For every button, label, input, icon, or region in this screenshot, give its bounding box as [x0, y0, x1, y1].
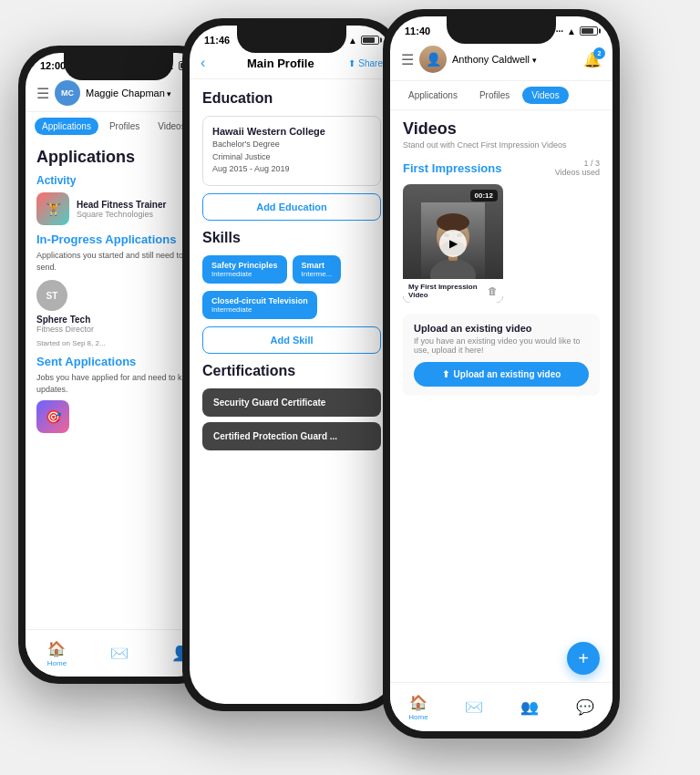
wifi-icon-3: ▲ [567, 26, 576, 36]
status-time-1: 12:00 [40, 60, 66, 71]
mail-icon-1: ✉️ [110, 645, 129, 662]
nav-home-3[interactable]: 🏠 Home [408, 694, 427, 721]
first-impressions-header: First Impressions 1 / 3 Videos used [403, 159, 600, 177]
nav-chat-3[interactable]: 💬 [576, 698, 594, 716]
user-name-3[interactable]: Anthony Caldwell [452, 54, 583, 65]
tab-bar-3: Applications Profiles Videos [390, 81, 612, 110]
add-skill-button[interactable]: Add Skill [202, 326, 381, 354]
inprogress-title: In-Progress Applications [36, 232, 201, 246]
skills-row-2: Closed-circuit Television Intermediate [202, 291, 381, 319]
video-delete-icon[interactable]: 🗑 [488, 285, 498, 296]
sphere-tech-item[interactable]: ST Sphere Tech Fitness Director Started … [36, 280, 201, 347]
p3-content: Videos Stand out with Cnect First Impres… [390, 110, 612, 414]
bell-badge-3: 2 [593, 47, 605, 59]
status-time-2: 11:46 [204, 35, 230, 46]
videos-count: 1 / 3 [555, 159, 600, 168]
upload-btn-label: Upload an existing video [454, 369, 561, 379]
bottom-nav-3: 🏠 Home ✉️ 👥 💬 [390, 682, 612, 731]
activity-heading: Activity [36, 174, 201, 187]
cert-item-0: Security Guard Certificate [202, 388, 381, 417]
fab-icon: + [578, 649, 589, 667]
dots-icon-3: ··· [556, 26, 563, 36]
activity-title-1: Head Fitness Trainer [77, 200, 166, 210]
skills-row: Safety Principles Intermediate Smart Int… [202, 255, 381, 284]
nav-home-label-3: Home [408, 713, 427, 721]
tab-applications-1[interactable]: Applications [35, 118, 98, 135]
upload-section: Upload an existing video If you have an … [403, 314, 600, 396]
sphere-started: Started on Sep 8, 2... [36, 339, 201, 347]
add-education-button[interactable]: Add Education [202, 193, 381, 221]
nav-mail-1[interactable]: ✉️ [110, 645, 129, 662]
status-time-3: 11:40 [405, 26, 430, 36]
activity-info-1: Head Fitness Trainer Square Technologies [77, 200, 166, 219]
education-heading: Education [202, 90, 381, 107]
videos-used-label: Videos used [555, 168, 600, 177]
edu-field: Criminal Justice [212, 151, 371, 164]
video-row: 00:12 ▶ My First Impression Video 🗑 [403, 184, 600, 303]
tab-profiles-3[interactable]: Profiles [470, 87, 519, 104]
p3-subtitle: Stand out with Cnect First Impression Vi… [403, 140, 600, 150]
battery-icon-2 [361, 36, 379, 45]
skill-name-2: Closed-circuit Television [211, 296, 308, 305]
video-card-footer: My First Impression Video 🗑 [403, 279, 503, 303]
sphere-role: Fitness Director [36, 325, 201, 334]
st-avatar: ST [36, 280, 67, 311]
nav-home-1[interactable]: 🏠 Home [47, 640, 67, 667]
upload-button[interactable]: ⬆ Upload an existing video [414, 362, 589, 387]
activity-sub-1: Square Technologies [77, 210, 166, 219]
edu-dates: Aug 2015 - Aug 2019 [212, 163, 371, 176]
tab-profiles-1[interactable]: Profiles [102, 118, 147, 135]
skill-name-0: Safety Principles [211, 261, 278, 270]
skill-tag-2[interactable]: Closed-circuit Television Intermediate [202, 291, 317, 319]
phone-notch-2 [237, 26, 346, 53]
bell-icon-3[interactable]: 🔔 2 [583, 51, 602, 68]
skill-name-1: Smart [302, 261, 325, 270]
tab-applications-3[interactable]: Applications [399, 87, 467, 104]
user-avatar-1: MC [55, 80, 80, 106]
sent-title: Sent Applications [36, 355, 201, 368]
upload-desc: If you have an existing video you would … [414, 336, 589, 355]
sent-logo: 🎯 [36, 400, 69, 433]
hamburger-icon-1[interactable]: ☰ [36, 85, 49, 102]
play-btn-icon[interactable]: ▶ [439, 230, 467, 257]
hamburger-icon-3[interactable]: ☰ [401, 51, 414, 68]
certifications-heading: Certifications [202, 363, 381, 379]
inprogress-desc: Applications you started and still need … [36, 250, 201, 273]
sphere-company: Sphere Tech [36, 315, 201, 325]
edu-degree: Bachelor's Degree [212, 139, 371, 151]
user-name-1[interactable]: Maggie Chapman [86, 88, 182, 98]
skill-tag-1[interactable]: Smart Interme... [293, 255, 342, 284]
p3-header: ☰ 👤 Anthony Caldwell 🔔 2 [390, 40, 612, 81]
nav-home-label-1: Home [47, 659, 67, 667]
share-label: Share [358, 58, 383, 68]
fab-button[interactable]: + [567, 642, 600, 675]
skill-tag-0[interactable]: Safety Principles Intermediate [202, 255, 287, 284]
skill-level-0: Intermediate [211, 270, 278, 278]
video-card-main[interactable]: 00:12 ▶ My First Impression Video 🗑 [403, 184, 503, 303]
video-card-title: My First Impression Video [408, 283, 488, 299]
nav-people-3[interactable]: 👥 [520, 698, 539, 716]
svg-point-4 [437, 213, 469, 232]
back-arrow-2[interactable]: ‹ [201, 55, 205, 71]
fi-count: 1 / 3 Videos used [555, 159, 600, 177]
user-avatar-3: 👤 [419, 46, 447, 73]
share-icon: ⬆ [348, 58, 355, 68]
people-icon-3: 👥 [520, 698, 539, 716]
edu-school: Hawaii Western College [212, 126, 371, 137]
activity-item-1[interactable]: 🏋️ Head Fitness Trainer Square Technolog… [36, 192, 201, 225]
play-button[interactable]: ▶ [439, 230, 467, 257]
video-duration: 00:12 [470, 190, 498, 202]
sent-desc: Jobs you have applied for and need to ke… [36, 372, 201, 395]
status-icons-3: ··· ▲ [556, 26, 598, 36]
share-button[interactable]: ⬆ Share [348, 58, 383, 68]
p2-content: Education Hawaii Western College Bachelo… [190, 79, 394, 467]
tab-videos-3[interactable]: Videos [522, 87, 568, 104]
skills-heading: Skills [202, 230, 381, 246]
activity-logo-1: 🏋️ [36, 192, 69, 225]
skill-level-1: Interme... [302, 270, 333, 278]
phone-notch-1 [64, 53, 173, 80]
nav-mail-3[interactable]: ✉️ [465, 698, 483, 716]
home-icon-1: 🏠 [47, 640, 66, 657]
skill-level-2: Intermediate [211, 305, 308, 314]
page-title-1: Applications [36, 148, 201, 167]
